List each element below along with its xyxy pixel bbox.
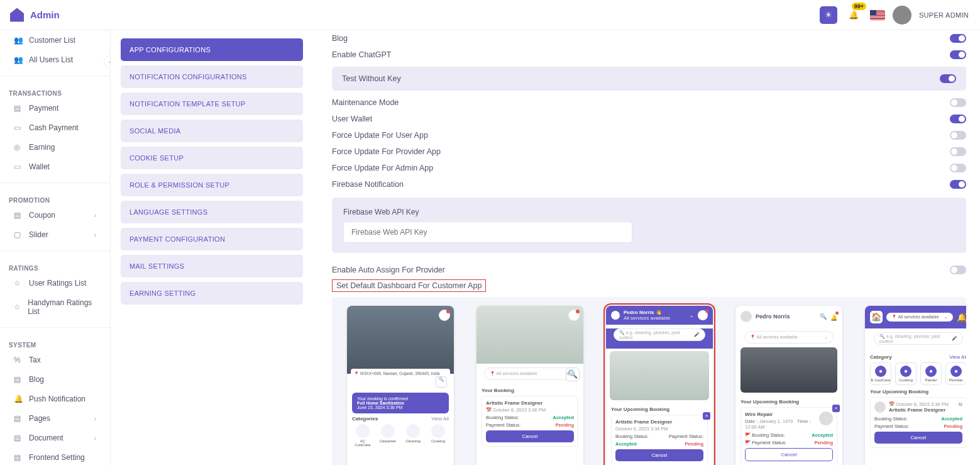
- dashboard-card[interactable]: Pedro Norris🔍🔔 📍 All services available …: [729, 306, 849, 465]
- menu-icon: ▤: [14, 104, 23, 113]
- sidebar-item[interactable]: 🔔Push Notification: [4, 389, 106, 408]
- sidebar-item[interactable]: ☆Handyman Ratings List: [4, 293, 106, 321]
- sidebar-item[interactable]: 👥All Users List: [4, 50, 106, 69]
- setting-row: User Wallet: [332, 111, 966, 127]
- sidebar-item[interactable]: ▤Blog: [4, 370, 106, 389]
- sidebar-group-title: SYSTEM: [0, 334, 110, 350]
- menu-icon: ☆: [14, 303, 21, 311]
- sidebar-item[interactable]: %Tax: [4, 350, 106, 369]
- setting-toggle[interactable]: [950, 147, 966, 156]
- setting-row: Firebase Notification: [332, 176, 966, 193]
- sidebar-item[interactable]: ▭Wallet: [4, 157, 106, 176]
- subnav-item[interactable]: LANGUAGE SETTINGS: [121, 201, 303, 223]
- firebase-key-input[interactable]: [343, 221, 632, 243]
- dashboard-card[interactable]: Pedro Norris 👋All services available⌄ 🔍 …: [600, 306, 719, 465]
- avatar[interactable]: [893, 6, 911, 25]
- sidebar-item-label: Tax: [29, 356, 41, 364]
- test-without-key-panel: Test Without Key: [332, 67, 966, 91]
- menu-icon: %: [14, 356, 23, 364]
- dashboard-card[interactable]: 🏠 📍 All services available⌄ 🔔 🔍 e.g. cle…: [859, 306, 966, 465]
- sidebar-item-label: All Users List: [29, 55, 73, 64]
- sidebar-item[interactable]: ◎Earning: [4, 138, 106, 157]
- setting-row: Enable Auto Assign For Provider: [332, 262, 966, 278]
- setting-toggle[interactable]: [950, 266, 966, 274]
- subnav-item[interactable]: ROLE & PERMISSION SETUP: [121, 174, 303, 196]
- setting-row: Force Update For User App: [332, 127, 966, 143]
- dashboard-section-label: Set Default Dashboard For Customer App: [332, 279, 486, 292]
- settings-main: Blog Enable ChatGPT Test Without Key Mai…: [318, 30, 980, 465]
- menu-icon: ▤: [14, 434, 23, 442]
- sidebar-group-title: TRANSACTIONS: [0, 82, 110, 98]
- sidebar-item-label: Frontend Setting: [29, 453, 85, 462]
- setting-label: Enable Auto Assign For Provider: [332, 266, 445, 274]
- sidebar-item[interactable]: 👥Customer List: [4, 31, 106, 50]
- brand-text: Admin: [30, 9, 60, 20]
- chevron-right-icon: ›: [94, 212, 96, 219]
- sidebar-item-label: Payment: [29, 104, 58, 113]
- menu-icon: ▢: [14, 230, 23, 239]
- firebase-key-panel: Firebase Web API Key: [332, 198, 966, 253]
- logo-icon: [10, 8, 24, 22]
- subnav-item[interactable]: PAYMENT CONFIGURATION: [121, 228, 303, 250]
- language-flag-us[interactable]: [870, 10, 885, 20]
- subnav-item[interactable]: APP CONFIGURATIONS: [121, 38, 303, 61]
- sidebar-item[interactable]: ▤Payment: [4, 99, 106, 118]
- notifications-button[interactable]: 🔔 99+: [845, 6, 862, 24]
- sidebar-item[interactable]: ▤Coupon›: [4, 206, 106, 225]
- setting-toggle[interactable]: [950, 34, 966, 43]
- setting-toggle[interactable]: [950, 98, 966, 107]
- firebase-key-label: Firebase Web API Key: [343, 208, 955, 216]
- setting-toggle[interactable]: [950, 50, 966, 59]
- subnav-item[interactable]: NOTIFICATION CONFIGURATIONS: [121, 65, 303, 88]
- dashboard-card[interactable]: 📍 All services available ⊕ 🔍 Your Bookin…: [470, 306, 590, 465]
- setting-toggle[interactable]: [950, 115, 966, 123]
- sidebar-item[interactable]: ▤Document›: [4, 429, 106, 447]
- dashboard-card[interactable]: 📍 W3XX+689, Navsari, Gujarat, 396445, In…: [341, 306, 460, 465]
- sidebar-item[interactable]: ☆User Ratings List: [4, 274, 106, 293]
- settings-subnav: APP CONFIGURATIONSNOTIFICATION CONFIGURA…: [111, 30, 318, 465]
- sun-icon: ☀: [825, 10, 832, 20]
- menu-icon: 🔔: [14, 395, 23, 403]
- notification-badge: 99+: [852, 3, 866, 10]
- dashboard-preview: Pedro Norris🔍🔔 📍 All services available …: [735, 306, 842, 465]
- dashboard-cards-row: 📍 W3XX+689, Navsari, Gujarat, 396445, In…: [332, 297, 966, 465]
- menu-icon: ▭: [14, 123, 23, 132]
- setting-label: Maintenance Mode: [332, 98, 399, 107]
- setting-toggle[interactable]: [950, 180, 966, 189]
- subnav-item[interactable]: SOCIAL MEDIA: [121, 120, 303, 142]
- menu-icon: ▤: [14, 375, 23, 384]
- dashboard-preview: 📍 W3XX+689, Navsari, Gujarat, 396445, In…: [347, 306, 454, 465]
- setting-label: Force Update For Provider App: [332, 147, 441, 156]
- dashboard-preview: 📍 All services available ⊕ 🔍 Your Bookin…: [476, 306, 583, 465]
- setting-row: Blog: [332, 30, 966, 47]
- sidebar-item-label: Slider: [29, 230, 48, 239]
- setting-row: Force Update For Admin App: [332, 160, 966, 176]
- brand-area[interactable]: Admin: [0, 8, 111, 22]
- setting-label: Firebase Notification: [332, 180, 404, 189]
- sidebar-item[interactable]: ▭Cash Payment: [4, 118, 106, 137]
- sidebar-group-title: RATINGS: [0, 257, 110, 273]
- menu-icon: ▤: [14, 211, 23, 220]
- users-icon: 👥: [14, 36, 23, 45]
- setting-label: Force Update For User App: [332, 131, 428, 140]
- subnav-item[interactable]: COOKIE SETUP: [121, 147, 303, 169]
- toggle-test-without-key[interactable]: [940, 74, 956, 83]
- dashboard-preview: Pedro Norris 👋All services available⌄ 🔍 …: [606, 306, 713, 465]
- sidebar-item-label: Coupon: [29, 211, 55, 220]
- sidebar-item[interactable]: ▤Frontend Setting: [4, 448, 106, 465]
- dashboard-preview: 🏠 📍 All services available⌄ 🔔 🔍 e.g. cle…: [865, 306, 966, 465]
- sidebar: ‹ 👥Customer List👥All Users List TRANSACT…: [0, 30, 111, 465]
- setting-label: User Wallet: [332, 115, 372, 123]
- theme-toggle-button[interactable]: ☀: [820, 6, 837, 24]
- user-role-label: SUPER ADMIN: [919, 11, 969, 19]
- subnav-item[interactable]: NOTIFICATION TEMPLATE SETUP: [121, 92, 303, 115]
- sidebar-item-label: Document: [29, 434, 63, 442]
- subnav-item[interactable]: EARNING SETTING: [121, 282, 303, 305]
- setting-toggle[interactable]: [950, 164, 966, 172]
- setting-toggle[interactable]: [950, 131, 966, 140]
- subnav-item[interactable]: MAIL SETTINGS: [121, 255, 303, 277]
- sidebar-item[interactable]: ▢Slider›: [4, 225, 106, 244]
- sidebar-item-label: Blog: [29, 375, 44, 384]
- topbar: Admin ☀ 🔔 99+ SUPER ADMIN: [0, 0, 980, 30]
- sidebar-item[interactable]: ▤Pages›: [4, 409, 106, 428]
